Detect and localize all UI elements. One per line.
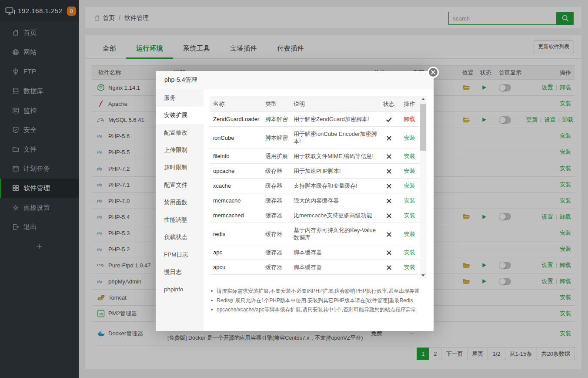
- extension-type: 缓存器: [262, 208, 290, 223]
- extension-row: apcu 缓存器 脚本缓存器 安装: [210, 260, 420, 275]
- extension-row: apc 缓存器 脚本缓存器 安装: [210, 245, 420, 260]
- extension-name: xcache: [210, 179, 262, 193]
- extension-action-cell: 安装: [399, 223, 420, 245]
- extension-status: [378, 193, 399, 208]
- extension-row: ionCube 脚本解密 用于解密ionCube Encoder加密脚本! 安装: [210, 127, 420, 149]
- modal-menu-超时限制[interactable]: 超时限制: [156, 159, 204, 176]
- extension-notes: 请按实际需求安装扩展,不要安装不必要的PHP扩展,这会影响PHP执行效率,甚至出…: [210, 287, 427, 316]
- extension-desc: 基于内存亦可持久化的Key-Value数据库: [290, 223, 378, 245]
- install-link[interactable]: 安装: [404, 212, 415, 219]
- extension-status: [378, 127, 399, 149]
- extension-desc: 比memcache支持更多高级功能: [290, 208, 378, 223]
- extension-status: [378, 149, 399, 164]
- ext-col-action: 操作: [399, 96, 420, 112]
- not-installed-cross-icon: [386, 264, 392, 270]
- modal-menu-性能调整[interactable]: 性能调整: [156, 211, 204, 229]
- extension-type: 通用扩展: [262, 149, 290, 164]
- not-installed-cross-icon: [386, 135, 392, 141]
- extension-desc: 用于解密ionCube Encoder加密脚本!: [290, 127, 378, 149]
- install-link[interactable]: 安装: [404, 135, 415, 141]
- extension-name: redis: [210, 223, 262, 245]
- not-installed-cross-icon: [386, 197, 392, 204]
- ext-col-name: 名称: [210, 96, 262, 112]
- modal-menu-禁用函数[interactable]: 禁用函数: [156, 194, 204, 211]
- extension-action-cell: 卸载: [399, 112, 420, 127]
- extension-type: 缓存器: [262, 223, 290, 245]
- note-item: Redis扩展只允许在1个PHP版本中使用,安装到其它PHP版本请在[软件管理]…: [210, 297, 427, 307]
- extension-desc: 用于获取文件MIME,编码等信息!: [290, 149, 378, 164]
- extension-row: memcache 缓存器 强大的内容缓存器 安装: [210, 193, 420, 208]
- extension-desc: 支持脚本缓存和变量缓存!: [290, 179, 378, 193]
- modal-menu-上传限制[interactable]: 上传限制: [156, 142, 204, 159]
- modal-menu-安装扩展[interactable]: 安装扩展: [156, 107, 204, 124]
- install-link[interactable]: 安装: [404, 249, 415, 256]
- not-installed-cross-icon: [386, 249, 392, 256]
- modal-menu-配置文件[interactable]: 配置文件: [156, 176, 204, 194]
- extension-name: memcached: [210, 208, 262, 223]
- extension-type: 缓存器: [262, 245, 290, 260]
- extension-header-row: 名称 类型 说明 状态 操作: [210, 96, 420, 112]
- extension-status: [378, 164, 399, 179]
- extension-row: memcached 缓存器 比memcache支持更多高级功能 安装: [210, 208, 420, 223]
- scrollbar-thumb[interactable]: [420, 104, 426, 151]
- extension-action-cell: 安装: [399, 260, 420, 275]
- note-item: opcache/xcache/apc等脚本缓存扩展,请只安装其中1个,否则可能导…: [210, 306, 427, 316]
- extension-row: redis 缓存器 基于内存亦可持久化的Key-Value数据库 安装: [210, 223, 420, 245]
- php-manage-modal: php-5.4管理 服务安装扩展配置修改上传限制超时限制配置文件禁用函数性能调整…: [156, 71, 434, 331]
- install-link[interactable]: 安装: [404, 168, 415, 174]
- modal-menu-慢日志[interactable]: 慢日志: [156, 263, 204, 281]
- scroll-up-button[interactable]: [420, 96, 427, 103]
- extension-action-cell: 安装: [399, 208, 420, 223]
- scroll-down-button[interactable]: [420, 272, 427, 279]
- modal-menu-服务[interactable]: 服务: [156, 89, 204, 107]
- ext-col-status: 状态: [378, 96, 399, 112]
- not-installed-cross-icon: [386, 212, 392, 219]
- install-link[interactable]: 安装: [404, 264, 415, 270]
- extension-status: [378, 223, 399, 245]
- extension-type: 缓存器: [262, 164, 290, 179]
- extension-action-cell: 安装: [399, 164, 420, 179]
- extension-action-cell: 安装: [399, 193, 420, 208]
- extension-status: [378, 260, 399, 275]
- install-link[interactable]: 安装: [404, 231, 415, 237]
- uninstall-link[interactable]: 卸载: [404, 116, 415, 122]
- extension-type: 脚本解密: [262, 127, 290, 149]
- extension-type: 缓存器: [262, 193, 290, 208]
- extension-name: memcache: [210, 193, 262, 208]
- extension-name: apcu: [210, 260, 262, 275]
- extension-action-cell: 安装: [399, 149, 420, 164]
- scrollbar[interactable]: [420, 96, 427, 279]
- extension-name: opcache: [210, 164, 262, 179]
- extension-type: 脚本解密: [262, 112, 290, 127]
- close-icon[interactable]: [428, 67, 439, 78]
- install-link[interactable]: 安装: [404, 153, 415, 159]
- extension-desc: 强大的内容缓存器: [290, 193, 378, 208]
- extension-status: [378, 112, 399, 127]
- extension-status: [378, 245, 399, 260]
- extension-name: ZendGuardLoader: [210, 112, 262, 127]
- extension-type: 缓存器: [262, 179, 290, 193]
- install-link[interactable]: 安装: [404, 182, 415, 189]
- modal-menu-配置修改[interactable]: 配置修改: [156, 124, 204, 142]
- modal-body: 名称 类型 说明 状态 操作 ZendGuardLoader 脚本解密 用于解密…: [210, 96, 427, 279]
- modal-menu-FPM日志[interactable]: FPM日志: [156, 246, 204, 263]
- modal-menu-负载状态[interactable]: 负载状态: [156, 229, 204, 246]
- extension-row: ZendGuardLoader 脚本解密 用于解密ZendGuard加密脚本! …: [210, 112, 420, 127]
- not-installed-cross-icon: [386, 231, 392, 237]
- extension-row: xcache 缓存器 支持脚本缓存和变量缓存! 安装: [210, 179, 420, 193]
- extension-desc: 脚本缓存器: [290, 260, 378, 275]
- extension-desc: 脚本缓存器: [290, 245, 378, 260]
- extension-status: [378, 208, 399, 223]
- modal-title: php-5.4管理: [164, 71, 197, 89]
- extension-table: 名称 类型 说明 状态 操作 ZendGuardLoader 脚本解密 用于解密…: [210, 96, 420, 275]
- extension-name: ionCube: [210, 127, 262, 149]
- extension-row: fileinfo 通用扩展 用于获取文件MIME,编码等信息! 安装: [210, 149, 420, 164]
- extension-table-wrap: 名称 类型 说明 状态 操作 ZendGuardLoader 脚本解密 用于解密…: [210, 96, 420, 279]
- extension-desc: 用于加速PHP脚本!: [290, 164, 378, 179]
- install-link[interactable]: 安装: [404, 197, 415, 204]
- not-installed-cross-icon: [386, 168, 392, 174]
- modal-menu-phpinfo[interactable]: phpinfo: [156, 281, 204, 298]
- installed-check-icon: [386, 116, 392, 122]
- modal-title-bar: php-5.4管理: [156, 71, 434, 89]
- ext-col-type: 类型: [262, 96, 290, 112]
